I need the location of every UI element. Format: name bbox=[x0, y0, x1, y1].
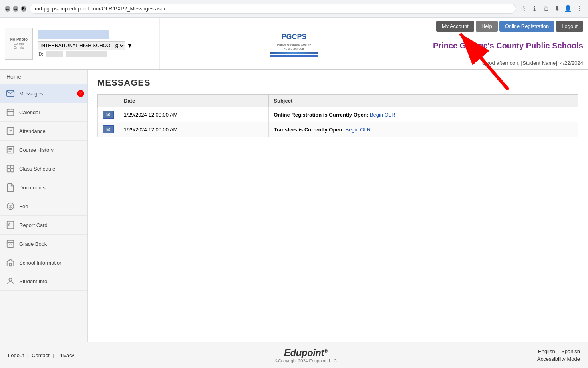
message-icon-cell bbox=[98, 122, 119, 137]
attendance-label: Attendance bbox=[19, 128, 46, 134]
message-envelope-icon bbox=[103, 111, 114, 119]
footer-contact-link[interactable]: Contact bbox=[32, 352, 50, 358]
download-icon[interactable]: ⬇ bbox=[553, 5, 561, 13]
svg-rect-26 bbox=[9, 263, 12, 266]
messages-badge: 2 bbox=[77, 90, 84, 97]
col-subject-header: Subject bbox=[269, 95, 578, 107]
id-extra bbox=[66, 51, 107, 57]
student-info-panel: INTERNATIONAL HIGH SCHOOL @ LARGO ▼ ID: bbox=[38, 30, 155, 56]
documents-label: Documents bbox=[19, 185, 46, 191]
messages-label: Messages bbox=[19, 91, 43, 97]
class-schedule-label: Class Schedule bbox=[19, 166, 55, 172]
grade-book-icon: A bbox=[5, 238, 16, 249]
edupoint-wordmark: Edupoint® bbox=[284, 348, 328, 358]
sidebar-item-school-information[interactable]: School Information bbox=[0, 253, 87, 272]
sidebar-item-attendance[interactable]: Attendance bbox=[0, 122, 87, 141]
attendance-icon bbox=[5, 125, 16, 137]
footer-right: English | Spanish Accessibility Mode bbox=[537, 348, 580, 362]
sidebar-item-course-history[interactable]: Course History bbox=[0, 141, 87, 159]
student-id-row: ID: bbox=[38, 52, 155, 56]
school-select-row: INTERNATIONAL HIGH SCHOOL @ LARGO ▼ bbox=[38, 41, 155, 50]
report-card-icon: A+ bbox=[5, 219, 16, 231]
footer-logout-link[interactable]: Logout bbox=[8, 352, 24, 358]
logo-bar-2 bbox=[270, 55, 318, 57]
sidebar: Home Messages 2 Cale bbox=[0, 70, 88, 342]
sidebar-item-student-info[interactable]: Student Info bbox=[0, 272, 87, 291]
logo-panel: PGCPS Prince George's County Public Scho… bbox=[160, 18, 428, 69]
my-account-button[interactable]: My Account bbox=[436, 21, 474, 32]
edupoint-logo: Edupoint® bbox=[284, 347, 328, 358]
extensions-icon[interactable]: ⧉ bbox=[542, 5, 550, 13]
no-photo-label: No Photo bbox=[10, 37, 28, 42]
footer-center: Edupoint® ©Copyright 2024 Edupoint, LLC bbox=[275, 347, 337, 363]
spanish-link[interactable]: Spanish bbox=[561, 348, 580, 354]
photo-sublabel: Lorem bbox=[14, 42, 24, 46]
profile-icon[interactable]: 👤 bbox=[564, 5, 572, 13]
browser-toolbar: ☆ ℹ ⧉ ⬇ 👤 ⋮ bbox=[519, 5, 583, 13]
message-subject-link[interactable]: Begin OLR bbox=[345, 127, 371, 133]
sidebar-item-calendar[interactable]: Calendar bbox=[0, 103, 87, 122]
message-subject-text: Transfers is Currently Open: Begin OLR bbox=[274, 127, 371, 133]
help-button[interactable]: Help bbox=[476, 21, 498, 32]
footer-privacy-link[interactable]: Privacy bbox=[57, 352, 74, 358]
message-subject-link[interactable]: Begin OLR bbox=[370, 112, 395, 118]
sidebar-item-class-schedule[interactable]: Class Schedule bbox=[0, 159, 87, 178]
logo-bar bbox=[270, 52, 318, 54]
student-panel: No Photo Lorem On file INTERNATIONAL HIG… bbox=[0, 18, 160, 69]
sidebar-item-messages[interactable]: Messages 2 bbox=[0, 84, 87, 103]
calendar-label: Calendar bbox=[19, 109, 40, 115]
documents-icon bbox=[5, 182, 16, 193]
student-name-input[interactable] bbox=[38, 30, 109, 39]
page-title: MESSAGES bbox=[97, 78, 578, 88]
sidebar-item-home[interactable]: Home bbox=[0, 70, 87, 84]
course-history-icon bbox=[5, 144, 16, 155]
svg-rect-16 bbox=[11, 165, 14, 168]
message-subject: Transfers is Currently Open: Begin OLR bbox=[269, 122, 578, 137]
browser-nav-buttons[interactable]: ← → ↻ bbox=[5, 6, 26, 12]
bookmark-icon[interactable]: ☆ bbox=[519, 5, 527, 13]
online-registration-button[interactable]: Online Registration bbox=[499, 21, 555, 32]
footer-sep-2: | bbox=[53, 352, 54, 358]
main-content: MESSAGES Date Subject 1/29/2024 12:00:00… bbox=[88, 70, 588, 342]
course-history-label: Course History bbox=[19, 147, 54, 153]
dropdown-arrow[interactable]: ▼ bbox=[127, 42, 133, 49]
sidebar-item-documents[interactable]: Documents bbox=[0, 178, 87, 197]
copyright-text: ©Copyright 2024 Edupoint, LLC bbox=[275, 358, 337, 363]
school-title: Prince George's County Public Schools bbox=[433, 41, 583, 50]
home-label: Home bbox=[6, 74, 21, 80]
school-information-label: School Information bbox=[19, 260, 62, 266]
reload-button[interactable]: ↻ bbox=[21, 6, 26, 12]
sidebar-item-report-card[interactable]: A+ Report Card bbox=[0, 216, 87, 235]
menu-icon[interactable]: ⋮ bbox=[575, 5, 583, 13]
sidebar-item-fee[interactable]: $ Fee bbox=[0, 197, 87, 216]
messages-table: Date Subject 1/29/2024 12:00:00 AMOnline… bbox=[97, 94, 578, 137]
lang-sep: | bbox=[558, 348, 559, 354]
message-envelope-icon bbox=[103, 125, 114, 133]
svg-rect-18 bbox=[11, 169, 14, 172]
forward-button[interactable]: → bbox=[13, 6, 18, 12]
logout-header-button[interactable]: Logout bbox=[556, 21, 583, 32]
footer-sep-1: | bbox=[27, 352, 28, 358]
table-row: 1/29/2024 12:00:00 AMTransfers is Curren… bbox=[98, 122, 578, 137]
report-card-label: Report Card bbox=[19, 222, 48, 228]
school-dropdown[interactable]: INTERNATIONAL HIGH SCHOOL @ LARGO bbox=[38, 41, 125, 50]
col-icon bbox=[98, 95, 119, 107]
back-button[interactable]: ← bbox=[5, 6, 10, 12]
english-link[interactable]: English bbox=[538, 348, 555, 354]
on-file-label: On file bbox=[14, 46, 24, 50]
address-bar[interactable]: md-pgcps-imp.edupoint.com/OLR/PXP2_Messa… bbox=[30, 4, 516, 14]
accessibility-mode-link[interactable]: Accessibility Mode bbox=[537, 356, 580, 362]
grade-book-label: Grade Book bbox=[19, 241, 47, 247]
id-value bbox=[46, 51, 63, 57]
svg-text:PGCPS: PGCPS bbox=[282, 33, 307, 41]
info-icon[interactable]: ℹ bbox=[530, 5, 538, 13]
footer: Logout | Contact | Privacy Edupoint® ©Co… bbox=[0, 342, 588, 368]
message-subject: Online Registration is Currently Open: B… bbox=[269, 107, 578, 122]
class-schedule-icon bbox=[5, 163, 16, 174]
message-subject-text: Online Registration is Currently Open: B… bbox=[274, 112, 395, 118]
sidebar-item-grade-book[interactable]: A Grade Book bbox=[0, 235, 87, 253]
footer-left: Logout | Contact | Privacy bbox=[8, 352, 74, 358]
svg-rect-6 bbox=[7, 109, 14, 116]
header-right: My Account Help Online Registration Logo… bbox=[428, 18, 588, 69]
main-wrapper: Home Messages 2 Cale bbox=[0, 70, 588, 342]
